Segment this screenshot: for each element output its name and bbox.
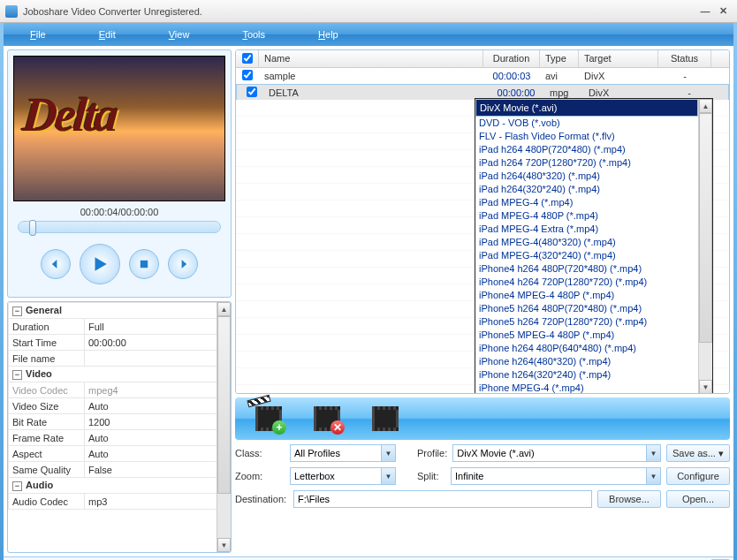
dd-scroll-thumb[interactable]: [699, 113, 712, 343]
dropdown-item[interactable]: FLV - Flash Video Format (*.flv): [475, 130, 698, 143]
row-target: DivX: [579, 70, 658, 82]
scroll-up-icon[interactable]: ▲: [217, 302, 231, 316]
dropdown-item[interactable]: iPhone MPEG-4 (*.mp4): [475, 382, 698, 394]
dropdown-item[interactable]: iPad MPEG-4 (*.mp4): [475, 196, 698, 209]
class-label: Class:: [235, 448, 285, 458]
dropdown-item[interactable]: iPhone4 h264 480P(720*480) (*.mp4): [475, 262, 698, 276]
prop-vcodec-value: mpeg4: [85, 382, 231, 398]
row-duration: 00:00:00: [488, 87, 544, 99]
prev-button[interactable]: [41, 249, 71, 279]
dropdown-item[interactable]: iPad h264 720P(1280*720) (*.mp4): [475, 156, 698, 170]
col-name[interactable]: Name: [259, 50, 483, 67]
split-select[interactable]: Infinite▼: [451, 467, 661, 485]
prop-acodec-label: Audio Codec: [9, 494, 85, 510]
chevron-down-icon: ▼: [646, 468, 660, 484]
dropdown-item[interactable]: iPhone5 MPEG-4 480P (*.mp4): [475, 329, 698, 342]
zoom-select[interactable]: Letterbox▼: [290, 467, 396, 485]
dropdown-item[interactable]: iPad h264 480P(720*480) (*.mp4): [475, 143, 698, 156]
prop-samequality-value[interactable]: False: [85, 462, 231, 478]
close-button[interactable]: ✕: [714, 5, 732, 17]
file-list-header: Name Duration Type Target Status: [236, 50, 729, 68]
prop-acodec-value[interactable]: mp3: [85, 494, 231, 510]
dropdown-item[interactable]: iPhone5 h264 720P(1280*720) (*.mp4): [475, 315, 698, 329]
profile-label: Profile:: [417, 448, 447, 458]
class-select[interactable]: All Profiles▼: [290, 444, 396, 462]
collapse-video-icon[interactable]: −: [12, 370, 22, 380]
video-preview[interactable]: Delta: [13, 56, 225, 201]
dropdown-scrollbar[interactable]: ▲ ▼: [698, 99, 712, 394]
dropdown-item[interactable]: iPhone h264(480*320) (*.mp4): [475, 355, 698, 368]
dropdown-item[interactable]: iPad MPEG-4(480*320) (*.mp4): [475, 236, 698, 249]
menu-file[interactable]: File: [30, 29, 46, 40]
destination-input[interactable]: F:\Files: [293, 490, 592, 508]
collapse-general-icon[interactable]: −: [12, 306, 22, 316]
dropdown-item[interactable]: iPhone h264 480P(640*480) (*.mp4): [475, 342, 698, 355]
chevron-down-icon: ▼: [381, 468, 395, 484]
stop-button[interactable]: [129, 249, 159, 279]
dropdown-item[interactable]: DVD - VOB (*.vob): [475, 117, 698, 130]
collapse-audio-icon[interactable]: −: [12, 481, 22, 491]
file-row[interactable]: sample 00:00:03 avi DivX -: [236, 68, 729, 84]
select-all-checkbox[interactable]: [242, 53, 253, 64]
prop-vsize-label: Video Size: [9, 398, 85, 414]
chevron-down-icon: ▼: [381, 445, 395, 461]
section-audio: Audio: [26, 480, 53, 490]
row-checkbox[interactable]: [247, 87, 257, 97]
prop-framerate-label: Frame Rate: [9, 430, 85, 446]
prop-aspect-value[interactable]: Auto: [85, 446, 231, 462]
prop-vsize-value[interactable]: Auto: [85, 398, 231, 414]
play-button[interactable]: [80, 244, 120, 284]
col-type[interactable]: Type: [540, 50, 579, 67]
menu-tools[interactable]: Tools: [242, 29, 265, 40]
dropdown-item[interactable]: iPhone h264(320*240) (*.mp4): [475, 368, 698, 382]
svg-rect-0: [141, 261, 148, 268]
prop-starttime-value[interactable]: 00:00:00: [85, 335, 231, 351]
split-label: Split:: [417, 471, 445, 481]
seek-thumb[interactable]: [29, 220, 36, 236]
dropdown-item[interactable]: iPhone4 MPEG-4 480P (*.mp4): [475, 289, 698, 302]
configure-button[interactable]: Configure: [666, 467, 730, 485]
scroll-down-icon[interactable]: ▼: [217, 538, 231, 552]
scroll-thumb[interactable]: [217, 316, 231, 494]
remove-file-button[interactable]: ✕: [309, 401, 345, 436]
prop-framerate-value[interactable]: Auto: [85, 430, 231, 446]
open-button[interactable]: Open...: [666, 490, 730, 508]
next-button[interactable]: [168, 249, 198, 279]
row-name: sample: [259, 70, 483, 82]
dd-scroll-down-icon[interactable]: ▼: [699, 380, 712, 394]
browse-button[interactable]: Browse...: [597, 490, 661, 508]
menu-help[interactable]: Help: [318, 29, 338, 40]
dropdown-item[interactable]: iPad MPEG-4 Extra (*.mp4): [475, 223, 698, 236]
properties-panel: −General DurationFull Start Time00:00:00…: [7, 301, 232, 553]
row-checkbox[interactable]: [242, 70, 253, 80]
prop-duration-value[interactable]: Full: [85, 319, 231, 335]
menu-view[interactable]: View: [169, 29, 190, 40]
add-file-button[interactable]: +: [251, 401, 286, 436]
prop-duration-label: Duration: [9, 319, 85, 335]
seek-slider[interactable]: [18, 221, 221, 233]
destination-label: Destination:: [235, 494, 288, 504]
dropdown-item[interactable]: iPad h264(320*240) (*.mp4): [475, 183, 698, 196]
save-as-button[interactable]: Save as... ▾: [666, 444, 730, 462]
prop-bitrate-value[interactable]: 1200: [85, 414, 231, 430]
dropdown-item[interactable]: iPad MPEG-4 480P (*.mp4): [475, 209, 698, 223]
dropdown-item[interactable]: iPad MPEG-4(320*240) (*.mp4): [475, 249, 698, 262]
dropdown-item[interactable]: iPhone5 h264 480P(720*480) (*.mp4): [475, 302, 698, 315]
film-button[interactable]: [368, 401, 403, 436]
profile-select[interactable]: DivX Movie (*.avi)▼: [452, 444, 661, 462]
col-status[interactable]: Status: [658, 50, 711, 67]
chevron-down-icon: ▼: [646, 445, 660, 461]
dropdown-item[interactable]: iPad h264(480*320) (*.mp4): [475, 170, 698, 183]
dd-scroll-up-icon[interactable]: ▲: [699, 99, 712, 113]
col-duration[interactable]: Duration: [483, 50, 540, 67]
dropdown-item[interactable]: iPhone4 h264 720P(1280*720) (*.mp4): [475, 276, 698, 289]
menu-edit[interactable]: Edit: [99, 29, 116, 40]
prop-filename-value[interactable]: [85, 351, 231, 367]
class-value: All Profiles: [294, 448, 340, 458]
col-target[interactable]: Target: [579, 50, 658, 67]
dropdown-item[interactable]: DivX Movie (*.avi): [475, 99, 698, 117]
properties-scrollbar[interactable]: ▲ ▼: [217, 302, 231, 552]
profile-dropdown-list[interactable]: DivX Movie (*.avi)DVD - VOB (*.vob)FLV -…: [475, 98, 713, 394]
prop-aspect-label: Aspect: [9, 446, 85, 462]
minimize-button[interactable]: —: [696, 6, 714, 17]
